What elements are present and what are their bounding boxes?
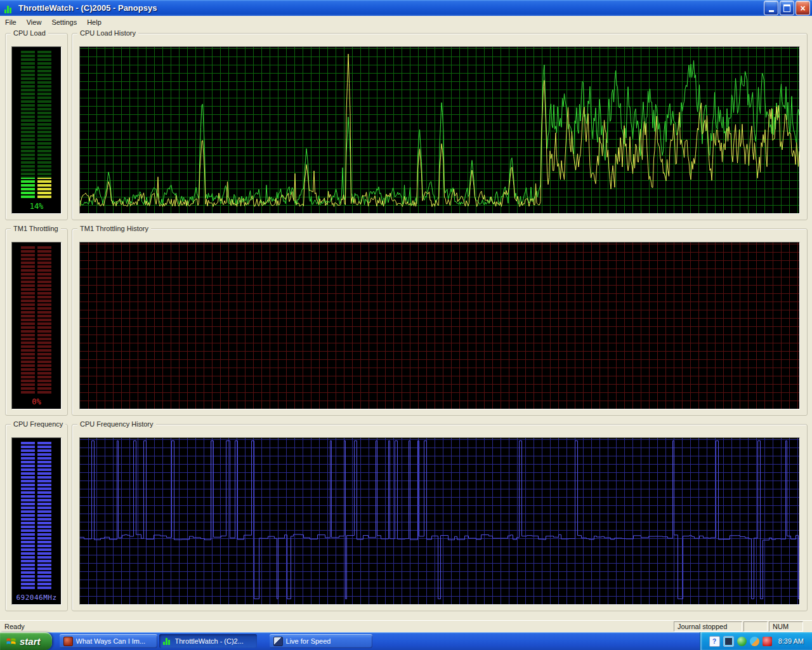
- menu-file[interactable]: File: [0, 17, 22, 27]
- throttlewatch-app-icon: [4, 2, 15, 15]
- taskbar-tasks: What Ways Can I Im... ThrottleWatch - (C…: [60, 632, 372, 650]
- taskbar-clock: 8:39 AM: [778, 637, 804, 645]
- status-bar: Ready Journal stopped NUM: [0, 620, 812, 632]
- minimize-button[interactable]: [764, 1, 778, 15]
- maximize-icon: [783, 4, 790, 12]
- cpu-load-bar-2: [37, 51, 51, 198]
- cpu-frequency-bar-1: [21, 442, 35, 589]
- taskbar-task-what-ways[interactable]: What Ways Can I Im...: [60, 634, 157, 648]
- tm1-bar-2: [37, 246, 51, 394]
- tm1-throttling-history-panel: TM1 Throttling History: [72, 229, 808, 416]
- start-button-label: start: [20, 636, 41, 647]
- task-document-icon: [63, 637, 73, 646]
- tm1-throttling-gauge: 0%: [11, 242, 62, 409]
- tray-messenger-icon[interactable]: [750, 637, 759, 646]
- menu-help[interactable]: Help: [82, 17, 107, 27]
- windows-logo-icon: [6, 636, 16, 646]
- minimize-icon: [769, 10, 774, 12]
- tray-network-icon[interactable]: [737, 637, 747, 646]
- task-label: ThrottleWatch - (C)2...: [175, 637, 244, 645]
- cpu-frequency-bar-2: [37, 442, 51, 589]
- status-num-pane: NUM: [769, 621, 803, 632]
- taskbar-task-live-for-speed[interactable]: Live for Speed: [270, 634, 372, 648]
- cpu-frequency-history-frame: [79, 437, 800, 605]
- titlebar: ThrottleWatch - (C)2005 - Panopsys ×: [0, 0, 812, 16]
- taskbar-task-throttlewatch[interactable]: ThrottleWatch - (C)2...: [159, 634, 257, 648]
- cpu-load-history-chart: [80, 47, 799, 213]
- desktop: ThrottleWatch - (C)2005 - Panopsys × Fil…: [0, 0, 812, 650]
- tray-help-icon[interactable]: ?: [709, 636, 720, 647]
- cpu-load-history-frame: [79, 46, 800, 214]
- menu-settings[interactable]: Settings: [46, 17, 82, 27]
- status-ready-text: Ready: [0, 623, 25, 630]
- tm1-history-frame: [79, 242, 800, 409]
- task-live-for-speed-icon: [273, 637, 283, 646]
- task-label: Live for Speed: [286, 637, 331, 645]
- status-journal-pane: Journal stopped: [674, 621, 742, 632]
- system-tray: ? 8:39 AM: [700, 632, 812, 650]
- cpu-load-history-panel: CPU Load History: [72, 33, 808, 220]
- cpu-load-history-label: CPU Load History: [77, 29, 138, 37]
- cpu-frequency-panel: CPU Frequency 692046MHz: [5, 424, 68, 611]
- cpu-frequency-panel-label: CPU Frequency: [11, 420, 65, 428]
- tm1-throttling-panel: TM1 Throttling 0%: [5, 229, 68, 416]
- cpu-frequency-value: 692046MHz: [12, 594, 61, 602]
- cpu-load-panel: CPU Load 14%: [5, 33, 68, 220]
- cpu-frequency-gauge: 692046MHz: [11, 437, 62, 605]
- cpu-load-gauge: 14%: [11, 46, 62, 214]
- close-icon: ×: [800, 4, 805, 13]
- cpu-load-value: 14%: [12, 202, 61, 211]
- tm1-throttling-panel-label: TM1 Throttling: [11, 225, 61, 232]
- cpu-frequency-history-chart: [80, 438, 799, 604]
- tm1-bar-1: [21, 246, 35, 394]
- tray-antivirus-icon[interactable]: [763, 637, 772, 646]
- cpu-frequency-history-panel: CPU Frequency History: [72, 424, 808, 611]
- client-area: CPU Load 14% CPU Load History TM1 Thrott…: [0, 29, 812, 621]
- menubar: File View Settings Help: [0, 16, 812, 29]
- maximize-button[interactable]: [780, 1, 794, 15]
- close-button[interactable]: ×: [796, 1, 810, 15]
- tm1-value: 0%: [12, 397, 61, 406]
- start-button[interactable]: start: [0, 632, 52, 650]
- menu-view[interactable]: View: [22, 17, 47, 27]
- cpu-frequency-history-label: CPU Frequency History: [77, 420, 156, 428]
- cpu-load-bar-1: [21, 51, 35, 198]
- task-label: What Ways Can I Im...: [76, 637, 146, 645]
- tm1-throttling-history-label: TM1 Throttling History: [77, 225, 151, 232]
- taskbar: start What Ways Can I Im... ThrottleWatc…: [0, 632, 812, 650]
- tray-display-icon[interactable]: [723, 636, 734, 647]
- cpu-load-panel-label: CPU Load: [11, 29, 48, 37]
- window-title: ThrottleWatch - (C)2005 - Panopsys: [18, 3, 763, 13]
- status-blank-pane: [743, 621, 768, 632]
- task-throttlewatch-icon: [163, 637, 172, 645]
- tm1-throttling-history-chart: [80, 242, 799, 409]
